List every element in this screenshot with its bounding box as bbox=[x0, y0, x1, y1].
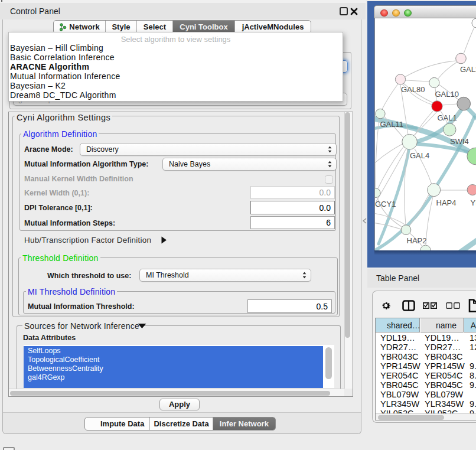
svg-text:GAL1: GAL1 bbox=[438, 113, 457, 122]
svg-text:GAL10: GAL10 bbox=[435, 90, 459, 99]
svg-text:YD: YD bbox=[471, 198, 476, 207]
svg-text:HAP2: HAP2 bbox=[407, 236, 427, 245]
svg-text:HAP4: HAP4 bbox=[436, 198, 457, 207]
svg-text:SWI4: SWI4 bbox=[450, 137, 469, 146]
svg-text:GAL4: GAL4 bbox=[410, 151, 429, 160]
svg-text:GAL11: GAL11 bbox=[380, 120, 404, 129]
svg-text:GAL2: GAL2 bbox=[460, 65, 476, 74]
svg-text:GAL80: GAL80 bbox=[401, 85, 425, 94]
svg-text:GCY1: GCY1 bbox=[375, 200, 396, 208]
